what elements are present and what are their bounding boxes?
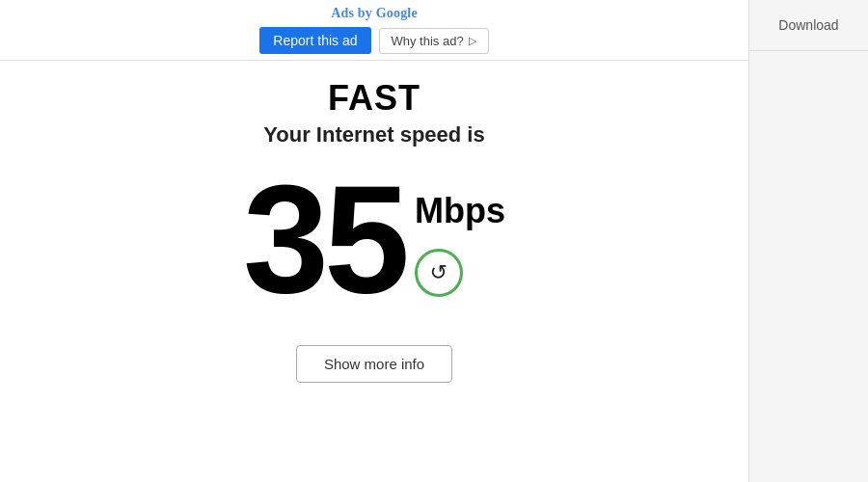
ads-by-google: Ads by Google bbox=[331, 6, 418, 21]
speed-number: 35 bbox=[243, 162, 405, 316]
speed-subtitle: Your Internet speed is bbox=[263, 122, 484, 147]
right-sidebar: Download bbox=[748, 0, 868, 482]
why-this-ad-button[interactable]: Why this ad? ▷ bbox=[379, 28, 489, 54]
speed-unit-refresh: Mbps ↻ bbox=[415, 190, 505, 316]
speed-section: FAST Your Internet speed is 35 Mbps ↻ Sh… bbox=[243, 78, 505, 482]
ads-bar: Ads by Google Report this ad Why this ad… bbox=[0, 0, 748, 61]
report-ad-button[interactable]: Report this ad bbox=[259, 27, 370, 54]
ads-by-text: Ads by bbox=[331, 6, 376, 20]
download-label: Download bbox=[749, 0, 868, 51]
ads-controls: Report this ad Why this ad? ▷ bbox=[259, 27, 488, 54]
play-icon: ▷ bbox=[469, 35, 476, 47]
speed-display: 35 Mbps ↻ bbox=[243, 162, 505, 316]
fast-label: FAST bbox=[328, 78, 420, 119]
main-content: Ads by Google Report this ad Why this ad… bbox=[0, 0, 748, 482]
show-more-button[interactable]: Show more info bbox=[296, 345, 452, 383]
speed-unit: Mbps bbox=[415, 190, 505, 231]
why-ad-label: Why this ad? bbox=[392, 34, 464, 48]
refresh-icon: ↻ bbox=[430, 260, 448, 285]
google-brand: Google bbox=[376, 6, 418, 20]
refresh-button[interactable]: ↻ bbox=[415, 249, 463, 297]
